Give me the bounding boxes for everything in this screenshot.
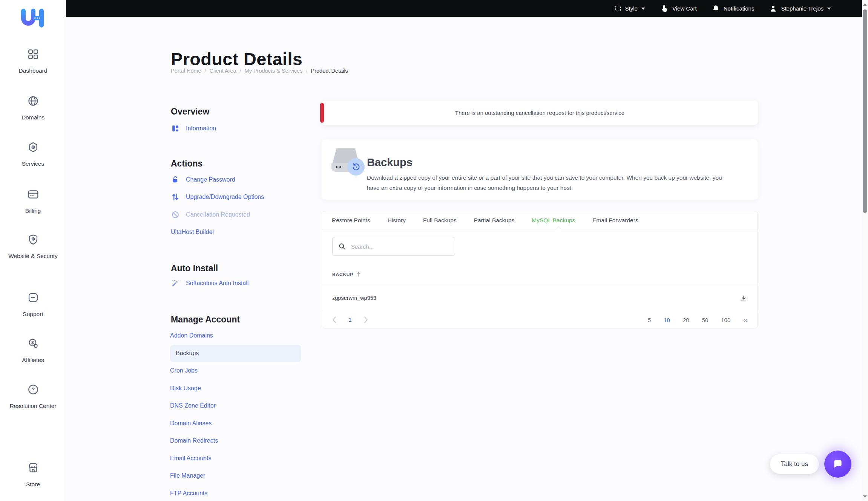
cancellation-alert: There is an outstanding cancellation req… — [322, 101, 758, 125]
dollar-coin-icon: $ — [27, 338, 39, 350]
table-row: zgpserwm_wp953 — [322, 285, 758, 311]
page-number[interactable]: 1 — [348, 316, 352, 323]
scroll-down-arrow[interactable] — [863, 495, 867, 498]
backup-drive-icon — [331, 148, 360, 173]
sidebar-item-label: Services — [0, 160, 66, 168]
backup-search — [332, 237, 455, 256]
style-menu[interactable]: Style — [614, 5, 645, 12]
manage-item-email-accounts[interactable]: Email Accounts — [170, 450, 301, 467]
chat-launcher-button[interactable] — [824, 451, 851, 478]
upgrade-downgrade-link[interactable]: Upgrade/Downgrade Options — [171, 191, 264, 203]
magic-wand-icon — [171, 279, 179, 287]
sidebar-item-resolution-center[interactable]: ? Resolution Center — [0, 383, 66, 410]
page-size-50[interactable]: 50 — [702, 317, 709, 323]
breadcrumb: Portal Home / Client Area / My Products … — [171, 68, 348, 74]
sidebar-item-label: Affiliates — [0, 356, 66, 364]
notifications-button[interactable]: Notifications — [712, 5, 755, 12]
sidebar-item-affiliates[interactable]: $ Affiliates — [0, 338, 66, 364]
sidebar-item-label: Support — [0, 310, 66, 318]
talk-to-us-bubble[interactable]: Talk to us — [770, 454, 819, 474]
manage-item-disk-usage[interactable]: Disk Usage — [170, 380, 301, 397]
scrollbar — [862, 0, 868, 501]
sort-up-icon — [356, 272, 360, 277]
manage-item-cron-jobs[interactable]: Cron Jobs — [170, 362, 301, 380]
tab-history[interactable]: History — [388, 217, 406, 224]
information-link[interactable]: Information — [171, 123, 216, 134]
breadcrumb-my-products[interactable]: My Products & Services — [245, 68, 303, 74]
user-menu[interactable]: Stephanie Trejos — [769, 5, 831, 12]
ultahost-logo-icon — [17, 8, 48, 29]
topbar: Style View Cart Notifications Stephanie … — [66, 0, 862, 17]
backups-tabs: Restore Points History Full Backups Part… — [322, 211, 758, 229]
cancellation-requested-link: Cancellation Requested — [171, 209, 250, 220]
page-title: Product Details — [171, 49, 302, 69]
notifications-label: Notifications — [724, 5, 755, 12]
download-button[interactable] — [739, 293, 748, 303]
backups-description: Download a zipped copy of your entire si… — [367, 173, 735, 193]
sidebar-item-label: Resolution Center — [0, 402, 66, 410]
tab-restore-points[interactable]: Restore Points — [332, 217, 370, 224]
manage-item-addon-domains[interactable]: Addon Domains — [170, 327, 301, 345]
cancellation-requested-label: Cancellation Requested — [186, 211, 250, 218]
page-size-20[interactable]: 20 — [683, 317, 689, 323]
sidebar-item-label: Website & Security — [0, 252, 66, 260]
backup-name: zgpserwm_wp953 — [332, 285, 376, 311]
bell-icon — [712, 5, 720, 12]
search-input[interactable] — [350, 243, 449, 250]
manage-item-domain-aliases[interactable]: Domain Aliases — [170, 415, 301, 432]
page-size-5[interactable]: 5 — [648, 317, 651, 323]
page-size-options: 5 10 20 50 100 ∞ — [648, 317, 747, 323]
manage-item-dns-zone-editor[interactable]: DNS Zone Editor — [170, 397, 301, 415]
restore-badge-icon — [347, 158, 365, 176]
prev-page-button[interactable] — [332, 316, 336, 323]
sidebar-item-dashboard[interactable]: Dashboard — [0, 48, 66, 75]
ultahost-logo[interactable] — [17, 8, 48, 30]
upgrade-downgrade-label: Upgrade/Downgrade Options — [186, 194, 264, 200]
scrollbar-thumb[interactable] — [863, 9, 867, 213]
breadcrumb-client-area[interactable]: Client Area — [210, 68, 236, 74]
sidebar-item-domains[interactable]: Domains — [0, 95, 66, 121]
sidebar-item-services[interactable]: Services — [0, 141, 66, 168]
sidebar-item-support[interactable]: Support — [0, 292, 66, 318]
manage-item-ftp-accounts[interactable]: FTP Accounts — [170, 485, 301, 501]
tab-full-backups[interactable]: Full Backups — [423, 217, 457, 224]
chat-bubble-icon — [832, 458, 844, 470]
alert-red-bar — [320, 103, 324, 123]
sidebar-item-store[interactable]: Store — [0, 462, 66, 488]
style-label: Style — [625, 5, 638, 12]
style-icon — [614, 5, 621, 12]
sidebar-item-label: Domains — [0, 113, 66, 121]
page-size-10[interactable]: 10 — [664, 317, 670, 323]
credit-card-icon — [27, 188, 39, 200]
manage-item-domain-redirects[interactable]: Domain Redirects — [170, 432, 301, 450]
sidebar-item-billing[interactable]: Billing — [0, 188, 66, 215]
change-password-label: Change Password — [186, 176, 235, 183]
storefront-icon — [27, 462, 39, 474]
auto-install-heading: Auto Install — [171, 263, 218, 273]
manage-item-file-manager[interactable]: File Manager — [170, 467, 301, 485]
sidebar-item-label: Billing — [0, 207, 66, 215]
view-cart-button[interactable]: View Cart — [660, 5, 697, 13]
softaculous-link[interactable]: Softaculous Auto Install — [171, 278, 248, 289]
scroll-up-arrow[interactable] — [863, 3, 867, 6]
ultahost-builder-link[interactable]: UltaHost Builder — [171, 226, 215, 238]
tab-mysql-backups[interactable]: MySQL Backups — [532, 217, 575, 224]
ultahost-builder-label: UltaHost Builder — [171, 229, 215, 235]
next-page-button[interactable] — [364, 316, 368, 323]
change-password-link[interactable]: Change Password — [171, 174, 235, 185]
ban-icon — [171, 211, 179, 219]
softaculous-label: Softaculous Auto Install — [186, 280, 248, 287]
tab-email-forwarders[interactable]: Email Forwarders — [592, 217, 638, 224]
page-size-100[interactable]: 100 — [721, 317, 730, 323]
backups-panel: Restore Points History Full Backups Part… — [322, 211, 758, 328]
breadcrumb-current: Product Details — [311, 68, 348, 74]
manage-item-backups[interactable]: Backups — [170, 345, 301, 362]
svg-text:?: ? — [31, 386, 35, 393]
cart-hand-icon — [660, 5, 669, 13]
breadcrumb-portal-home[interactable]: Portal Home — [171, 68, 201, 74]
svg-text:$: $ — [31, 340, 34, 345]
sidebar-item-website-security[interactable]: Website & Security — [0, 234, 66, 260]
page-size-unlimited[interactable]: ∞ — [743, 317, 747, 323]
backup-column-header[interactable]: BACKUP — [332, 272, 360, 277]
tab-partial-backups[interactable]: Partial Backups — [474, 217, 515, 224]
